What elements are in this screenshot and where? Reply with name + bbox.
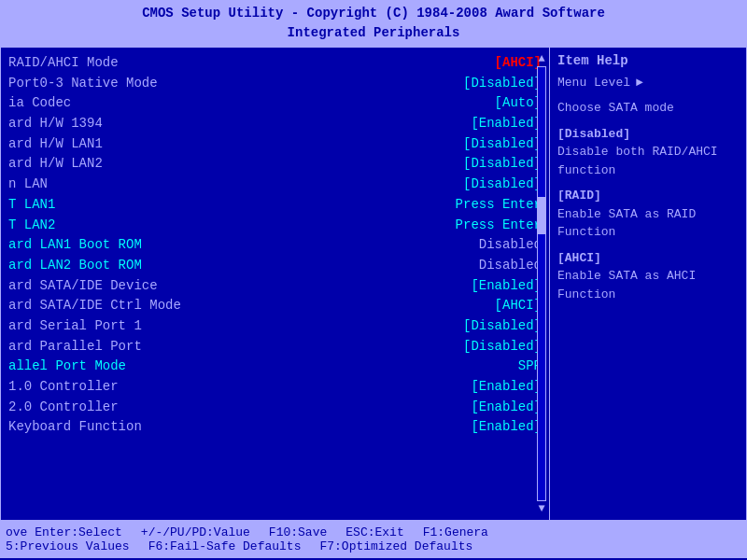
scrollbar[interactable]: ▲ ▼	[536, 53, 547, 514]
menu-item-value: [Disabled]	[463, 134, 542, 155]
menu-item-label: ard H/W LAN2	[8, 154, 103, 175]
menu-item-value: [AHCI]	[495, 53, 542, 74]
menu-item-label: ard LAN1 Boot ROM	[8, 235, 142, 256]
menu-item-value: [Enabled]	[471, 114, 542, 134]
menu-item-value: Press Enter	[456, 216, 542, 236]
menu-item-value: [Enabled]	[471, 417, 542, 438]
menu-list: RAID/AHCI Mode[AHCI]Port0-3 Native Mode[…	[8, 53, 542, 438]
menu-row[interactable]: ard SATA/IDE Device[Enabled]	[8, 276, 542, 297]
menu-row[interactable]: n LAN[Disabled]	[8, 175, 542, 195]
menu-item-value: [Disabled]	[463, 74, 542, 94]
menu-row[interactable]: ard Serial Port 1[Disabled]	[8, 316, 542, 337]
menu-row[interactable]: Port0-3 Native Mode[Disabled]	[8, 74, 542, 94]
menu-item-label: Port0-3 Native Mode	[8, 74, 158, 94]
menu-item-label: ard SATA/IDE Device	[8, 276, 158, 297]
footer: ove Enter:Select+/-/PU/PD:ValueF10:SaveE…	[0, 521, 747, 558]
menu-item-value: Disabled	[479, 256, 542, 276]
help-options: [Disabled]Disable both RAID/AHCI functio…	[557, 125, 739, 304]
help-option-desc: Enable SATA as AHCI Function	[557, 267, 739, 303]
footer-row1: ove Enter:Select+/-/PU/PD:ValueF10:SaveE…	[6, 525, 741, 539]
help-option: [Disabled]Disable both RAID/AHCI functio…	[557, 125, 739, 180]
menu-row[interactable]: ard LAN1 Boot ROMDisabled	[8, 235, 542, 256]
menu-item-value: [Disabled]	[463, 154, 542, 175]
footer-item: +/-/PU/PD:Value	[141, 525, 250, 539]
help-text: Choose SATA mode [Disabled]Disable both …	[557, 99, 739, 303]
help-option-desc: Disable both RAID/AHCI function	[557, 143, 739, 179]
footer-item: F7:Optimized Defaults	[319, 539, 472, 553]
menu-row[interactable]: ard LAN2 Boot ROMDisabled	[8, 256, 542, 276]
menu-item-label: allel Port Mode	[8, 357, 126, 377]
menu-item-label: ard Serial Port 1	[8, 316, 142, 337]
menu-row[interactable]: 2.0 Controller[Enabled]	[8, 398, 542, 418]
help-option: [RAID]Enable SATA as RAID Function	[557, 187, 739, 242]
menu-item-label: n LAN	[8, 175, 48, 195]
help-intro: Choose SATA mode	[557, 99, 739, 118]
help-option-label: [RAID]	[557, 187, 739, 205]
menu-item-value: [Enabled]	[471, 398, 542, 418]
menu-item-label: RAID/AHCI Mode	[8, 53, 119, 74]
menu-row[interactable]: RAID/AHCI Mode[AHCI]	[8, 53, 542, 74]
help-option-desc: Enable SATA as RAID Function	[557, 205, 739, 242]
menu-item-label: T LAN2	[8, 216, 55, 236]
menu-level-label: Menu Level	[557, 76, 630, 90]
menu-item-value: [AHCI]	[495, 296, 542, 316]
menu-item-label: ard H/W LAN1	[8, 134, 103, 155]
help-option: [AHCI]Enable SATA as AHCI Function	[557, 249, 739, 304]
help-panel: Item Help Menu Level ► Choose SATA mode …	[550, 48, 746, 520]
menu-row[interactable]: ard H/W LAN2[Disabled]	[8, 154, 542, 175]
scroll-track	[537, 66, 546, 501]
menu-item-label: T LAN1	[8, 195, 55, 216]
menu-row[interactable]: Keyboard Function[Enabled]	[8, 417, 542, 438]
menu-row[interactable]: ard Parallel Port[Disabled]	[8, 337, 542, 357]
menu-row[interactable]: ia Codec[Auto]	[8, 93, 542, 114]
menu-item-value: Press Enter	[456, 195, 542, 216]
menu-item-value: Disabled	[479, 235, 542, 256]
menu-item-label: 1.0 Controller	[8, 377, 119, 398]
scroll-down-arrow[interactable]: ▼	[538, 503, 544, 514]
scroll-up-arrow[interactable]: ▲	[538, 53, 544, 64]
help-option-label: [Disabled]	[557, 125, 739, 144]
menu-item-label: ard Parallel Port	[8, 337, 142, 357]
menu-row[interactable]: T LAN2Press Enter	[8, 216, 542, 236]
header-line2: Integrated Peripherals	[0, 23, 747, 43]
menu-item-value: [Auto]	[495, 93, 542, 114]
menu-item-label: Keyboard Function	[8, 417, 142, 438]
footer-item: ESC:Exit	[345, 525, 403, 539]
scroll-thumb	[538, 197, 545, 234]
help-option-label: [AHCI]	[557, 249, 739, 268]
menu-item-value: [Enabled]	[471, 276, 542, 297]
header: CMOS Setup Utility - Copyright (C) 1984-…	[0, 0, 747, 47]
menu-row[interactable]: ard SATA/IDE Ctrl Mode[AHCI]	[8, 296, 542, 316]
help-title: Item Help	[557, 53, 739, 68]
footer-item: F6:Fail-Safe Defaults	[148, 539, 302, 553]
menu-item-value: [Disabled]	[463, 337, 542, 357]
main-container: RAID/AHCI Mode[AHCI]Port0-3 Native Mode[…	[0, 47, 747, 521]
menu-level-arrow: ►	[636, 76, 643, 90]
header-line1: CMOS Setup Utility - Copyright (C) 1984-…	[0, 4, 747, 23]
menu-item-label: ard SATA/IDE Ctrl Mode	[8, 296, 181, 316]
menu-row[interactable]: ard H/W LAN1[Disabled]	[8, 134, 542, 155]
footer-item: F10:Save	[269, 525, 327, 539]
menu-item-label: 2.0 Controller	[8, 398, 119, 418]
menu-row[interactable]: 1.0 Controller[Enabled]	[8, 377, 542, 398]
menu-row[interactable]: allel Port ModeSPP	[8, 357, 542, 377]
menu-item-label: ard LAN2 Boot ROM	[8, 256, 142, 276]
menu-item-value: [Disabled]	[463, 175, 542, 195]
menu-row[interactable]: ard H/W 1394[Enabled]	[8, 114, 542, 134]
menu-item-value: [Enabled]	[471, 377, 542, 398]
menu-row[interactable]: T LAN1Press Enter	[8, 195, 542, 216]
footer-item: ove Enter:Select	[6, 525, 122, 539]
menu-item-value: [Disabled]	[463, 316, 542, 337]
footer-item: 5:Previous Values	[6, 539, 130, 553]
menu-panel: RAID/AHCI Mode[AHCI]Port0-3 Native Mode[…	[1, 48, 550, 520]
footer-row2: 5:Previous ValuesF6:Fail-Safe DefaultsF7…	[6, 539, 741, 553]
footer-item: F1:Genera	[423, 525, 488, 539]
menu-item-label: ia Codec	[8, 93, 71, 114]
menu-item-label: ard H/W 1394	[8, 114, 103, 134]
menu-level-row: Menu Level ►	[557, 76, 739, 90]
